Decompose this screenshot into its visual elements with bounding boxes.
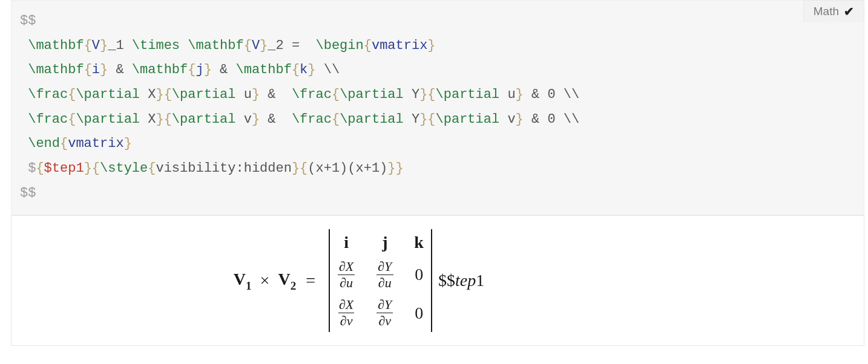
brace: } [396, 161, 404, 176]
amp: & [260, 112, 292, 127]
numerator: ∂Y [376, 297, 393, 313]
brace: { [244, 38, 252, 53]
cmd-mathbf: \mathbf [188, 38, 243, 53]
badge-label: Math [814, 5, 839, 18]
brace: { [36, 161, 44, 176]
brace: { [188, 62, 196, 77]
brace: } [100, 38, 108, 53]
dXdu: ∂X ∂u [337, 259, 355, 290]
linebreak-token: \\ [564, 87, 579, 102]
cmd-partial: \partial [76, 112, 140, 127]
cmd-frac: \frac [28, 87, 68, 102]
check-icon: ✔ [844, 4, 854, 19]
brace: { [427, 112, 435, 127]
equals-symbol: = [306, 271, 315, 290]
linebreak-token: \\ [564, 112, 579, 127]
language-badge[interactable]: Math ✔ [803, 0, 864, 22]
amp: & [212, 62, 236, 77]
matrix-right-bar [431, 229, 432, 333]
close-delim: $$ [20, 186, 36, 201]
text: Y [404, 112, 419, 127]
amp: & 0 [524, 87, 564, 102]
cmd-partial: \partial [340, 112, 404, 127]
numerator: ∂Y [376, 259, 393, 275]
brace: { [92, 161, 100, 176]
amp: & 0 [524, 112, 564, 127]
brace: } [292, 161, 300, 176]
brace: { [148, 161, 156, 176]
tep-text: tep [455, 271, 476, 290]
brace: } [252, 87, 260, 102]
cmd-times: \times [132, 38, 180, 53]
cmd-mathbf: \mathbf [28, 62, 84, 77]
var: i [92, 62, 100, 77]
brace: } [156, 112, 163, 127]
brace: { [60, 136, 68, 151]
text: visibility:hidden [156, 161, 291, 176]
var: V [92, 38, 100, 53]
text: _1 [108, 38, 132, 53]
brace: } [252, 112, 260, 127]
amp: & [108, 62, 132, 77]
lhs: V1 × V2 = [234, 270, 321, 292]
cmd-partial: \partial [172, 112, 236, 127]
template-var: $tep1 [44, 161, 84, 176]
brace: } [516, 87, 524, 102]
env-vmatrix: vmatrix [372, 38, 427, 53]
cmd-style: \style [100, 161, 148, 176]
dXdv: ∂X ∂v [337, 297, 355, 328]
text: X [140, 87, 156, 102]
text: _2 = [268, 38, 315, 53]
cmd-begin: \begin [316, 38, 364, 53]
text: v [499, 112, 515, 127]
cmd-partial: \partial [76, 87, 140, 102]
zero: 0 [415, 265, 423, 284]
brace: { [300, 161, 307, 176]
text: v [235, 112, 251, 127]
cmd-partial: \partial [436, 112, 500, 127]
brace: } [84, 161, 92, 176]
basis-j: j [382, 233, 387, 252]
cmd-frac: \frac [292, 112, 332, 127]
V: V [278, 270, 290, 288]
vector-V1: V1 [234, 270, 252, 292]
open-delim: $$ [20, 13, 36, 28]
cmd-frac: \frac [28, 112, 68, 127]
cmd-end: \end [28, 136, 60, 151]
dollar: $ [28, 161, 36, 176]
amp: & [260, 87, 292, 102]
env-vmatrix: vmatrix [68, 136, 123, 151]
brace: { [332, 112, 340, 127]
cmd-frac: \frac [292, 87, 332, 102]
var: V [252, 38, 260, 53]
cmd-mathbf: \mathbf [132, 62, 188, 77]
tep-one: 1 [476, 271, 484, 290]
text: (x+1)(x+1) [307, 161, 387, 176]
var: j [196, 62, 203, 77]
cmd-partial: \partial [340, 87, 404, 102]
denominator: ∂v [376, 313, 393, 328]
latex-source-editor[interactable]: $$ \mathbf{V}_1 \times \mathbf{V}_2 = \b… [11, 0, 864, 215]
text [180, 38, 188, 53]
brace: { [292, 62, 300, 77]
text: u [499, 87, 515, 102]
text: u [235, 87, 251, 102]
text: Y [404, 87, 419, 102]
brace: } [260, 38, 268, 53]
unresolved-template: $$tep1 [438, 271, 484, 290]
linebreak-token: \\ [316, 62, 340, 77]
cmd-mathbf: \mathbf [28, 38, 84, 53]
brace: { [332, 87, 340, 102]
cmd-mathbf: \mathbf [235, 62, 291, 77]
determinant-matrix: i j k ∂X ∂u ∂Y ∂u 0 ∂X ∂v [329, 229, 432, 333]
numerator: ∂X [337, 259, 355, 275]
denominator: ∂u [338, 275, 355, 290]
V: V [234, 270, 246, 288]
denominator: ∂v [338, 313, 355, 328]
dYdv: ∂Y ∂v [376, 297, 393, 328]
basis-k: k [414, 233, 424, 252]
var: k [300, 62, 307, 77]
sub2: 2 [291, 279, 297, 292]
brace: { [84, 38, 92, 53]
times-symbol: × [260, 271, 270, 290]
